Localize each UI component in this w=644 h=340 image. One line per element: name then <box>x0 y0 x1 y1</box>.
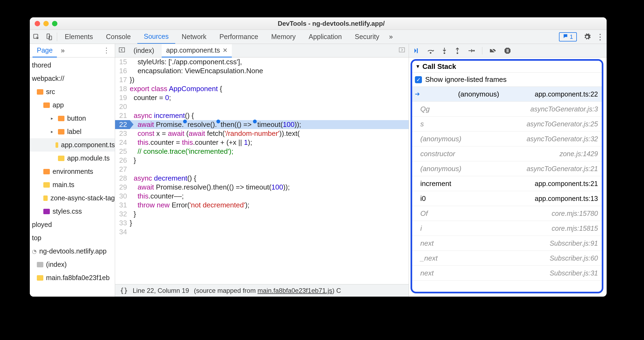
tree-file[interactable]: main.ts <box>30 178 115 191</box>
tab-elements[interactable]: Elements <box>58 30 99 44</box>
tab-performance[interactable]: Performance <box>213 30 265 44</box>
tree-file[interactable]: styles.css <box>30 205 115 218</box>
inspect-element-icon[interactable] <box>30 33 43 40</box>
tab-application[interactable]: Application <box>302 30 348 44</box>
frame-function: next <box>420 239 434 248</box>
frame-function: Of <box>420 209 428 218</box>
chevron-right-icon: ▸ <box>51 116 55 121</box>
step-icon[interactable] <box>467 48 475 54</box>
tree-item[interactable]: ployed <box>30 218 115 231</box>
svg-rect-4 <box>399 48 405 52</box>
tree-folder[interactable]: ▸label <box>30 125 115 138</box>
frame-location: Subscriber.js:31 <box>550 269 598 277</box>
call-stack-frame[interactable]: (anonymous)app.component.ts:22 <box>412 87 602 102</box>
svg-point-5 <box>430 52 431 54</box>
deactivate-breakpoints-icon[interactable] <box>489 47 497 54</box>
kebab-menu-icon[interactable]: ⋮ <box>594 32 607 41</box>
settings-icon[interactable] <box>581 33 594 41</box>
show-ignored-toggle[interactable]: ✓Show ignore-listed frames <box>412 73 602 87</box>
call-stack-frame[interactable]: (anonymous)asyncToGenerator.js:21 <box>412 161 602 176</box>
tree-folder[interactable]: src <box>30 85 115 98</box>
minimize-window-button[interactable] <box>43 21 49 26</box>
tab-console[interactable]: Console <box>99 30 137 44</box>
call-stack-frame[interactable]: Ofcore.mjs:15780 <box>412 206 602 221</box>
folder-icon <box>43 102 50 108</box>
frame-function: constructor <box>420 150 455 158</box>
call-stack-frame[interactable]: icore.mjs:15815 <box>412 221 602 236</box>
checkbox-checked-icon: ✓ <box>415 76 422 83</box>
call-stack-frame[interactable]: _nextSubscriber.js:60 <box>412 251 602 266</box>
svg-point-6 <box>444 52 445 54</box>
tree-folder[interactable]: app <box>30 98 115 112</box>
source-map-link[interactable]: main.fa8bfa0e23f1eb71.js <box>258 287 332 294</box>
navigator-menu-icon[interactable]: ⋮ <box>98 46 115 55</box>
tree-item[interactable]: thored <box>30 59 115 72</box>
step-into-icon[interactable] <box>441 47 447 54</box>
tree-file[interactable]: main.fa8bfa0e23f1eb <box>30 271 115 284</box>
titlebar: DevTools - ng-devtools.netlify.app/ <box>30 17 607 30</box>
navigator-tab-page[interactable]: Page <box>32 44 57 57</box>
pause-exceptions-icon[interactable] <box>504 47 511 54</box>
nav-fwd-icon[interactable] <box>398 47 406 54</box>
editor-tab-active[interactable]: app.component.ts✕ <box>162 44 232 57</box>
tree-item[interactable]: ◔ng-devtools.netlify.app <box>30 245 115 258</box>
frame-location: core.mjs:15780 <box>552 210 598 217</box>
tree-folder[interactable]: environments <box>30 165 115 178</box>
close-tab-icon[interactable]: ✕ <box>223 47 227 54</box>
message-icon <box>563 33 568 40</box>
call-stack-frame[interactable]: i0app.component.ts:13 <box>412 191 602 206</box>
tree-item[interactable]: webpack:// <box>30 72 115 85</box>
cursor-position: Line 22, Column 19 <box>133 287 189 294</box>
chevron-down-icon: ▼ <box>415 64 420 69</box>
pretty-print-icon[interactable]: {} <box>120 287 128 294</box>
navigator-tabs-overflow[interactable]: » <box>57 46 68 55</box>
zoom-window-button[interactable] <box>52 21 57 26</box>
tree-folder[interactable]: ▸button <box>30 112 115 125</box>
tree-file-selected[interactable]: app.component.ts <box>30 138 115 152</box>
nav-back-icon[interactable] <box>118 47 126 54</box>
call-stack-frame[interactable]: nextSubscriber.js:91 <box>412 236 602 251</box>
call-stack-frame[interactable]: nextSubscriber.js:31 <box>412 266 602 281</box>
frame-location: asyncToGenerator.js:3 <box>530 105 598 113</box>
resume-icon[interactable] <box>413 47 420 54</box>
tree-file[interactable]: app.module.ts <box>30 152 115 165</box>
tabs-overflow[interactable]: » <box>386 30 396 44</box>
call-stack-frame[interactable]: incrementapp.component.ts:21 <box>412 176 602 191</box>
step-out-icon[interactable] <box>454 47 460 54</box>
tree-item[interactable]: top <box>30 231 115 245</box>
call-stack-frame[interactable]: QgasyncToGenerator.js:3 <box>412 102 602 117</box>
tree-file[interactable]: (index) <box>30 258 115 271</box>
console-messages-button[interactable]: 1 <box>559 32 577 41</box>
editor-tab[interactable]: (index) <box>129 44 158 57</box>
folder-icon <box>58 129 64 134</box>
tab-sources[interactable]: Sources <box>137 30 175 44</box>
step-marker-icon <box>216 120 220 123</box>
call-stack-frame[interactable]: constructorzone.js:1429 <box>412 146 602 161</box>
tab-memory[interactable]: Memory <box>265 30 302 44</box>
window-title: DevTools - ng-devtools.netlify.app/ <box>61 20 602 27</box>
frame-function: i <box>420 224 422 233</box>
svg-point-8 <box>473 50 475 52</box>
debugger-pane: ▼Call Stack ✓Show ignore-listed frames (… <box>409 44 607 297</box>
editor-pane: (index) app.component.ts✕ 15 styleUrls: … <box>115 44 409 297</box>
editor-statusbar: {} Line 22, Column 19 (source mapped fro… <box>115 284 409 297</box>
folder-icon <box>43 169 50 174</box>
call-stack-frame[interactable]: (anonymous)asyncToGenerator.js:32 <box>412 131 602 146</box>
svg-point-7 <box>457 52 458 54</box>
step-over-icon[interactable] <box>427 47 434 54</box>
device-toolbar-icon[interactable] <box>43 33 56 40</box>
frame-location: app.component.ts:22 <box>535 90 598 98</box>
call-stack-header[interactable]: ▼Call Stack <box>412 61 602 73</box>
tree-file[interactable]: zone-async-stack-tag <box>30 191 115 205</box>
file-tree: thored webpack:// src app ▸button ▸label… <box>30 57 115 284</box>
call-stack-list: (anonymous)app.component.ts:22QgasyncToG… <box>412 87 602 292</box>
tab-security[interactable]: Security <box>348 30 386 44</box>
close-window-button[interactable] <box>35 21 40 26</box>
devtools-window: DevTools - ng-devtools.netlify.app/ Elem… <box>30 17 607 297</box>
file-icon <box>37 262 43 267</box>
frame-location: Subscriber.js:91 <box>550 239 598 247</box>
call-stack-frame[interactable]: sasyncToGenerator.js:25 <box>412 117 602 131</box>
step-marker-icon <box>253 120 257 123</box>
code-editor[interactable]: 15 styleUrls: ['./app.component.css'], 1… <box>115 57 409 284</box>
tab-network[interactable]: Network <box>175 30 213 44</box>
